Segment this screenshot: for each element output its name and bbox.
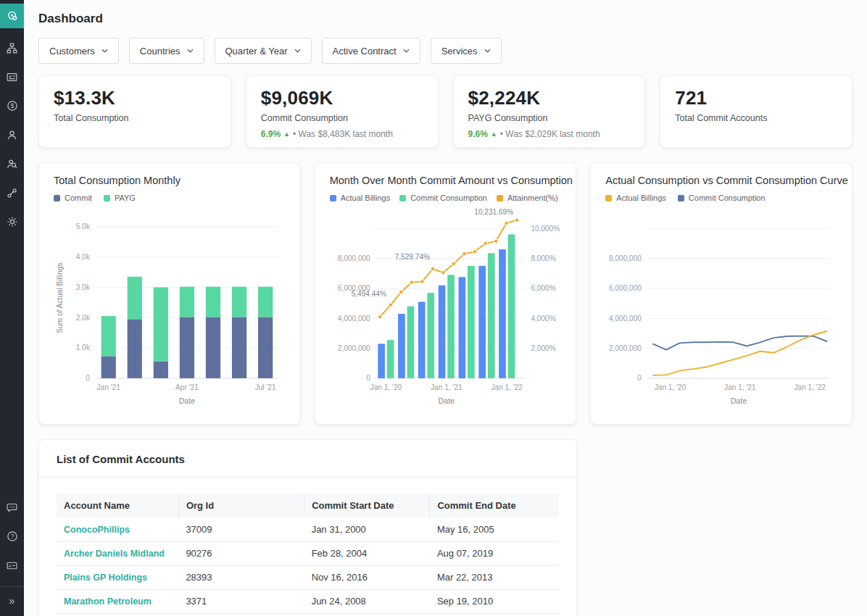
sitemap-icon: [6, 42, 18, 54]
column-header-commit-start-date[interactable]: Commit Start Date: [304, 494, 430, 517]
sidebar-item-settings[interactable]: [0, 209, 24, 234]
chevron-down-icon: [187, 49, 194, 53]
svg-text:3.0k: 3.0k: [76, 283, 91, 291]
svg-text:5,494.44%: 5,494.44%: [351, 290, 386, 298]
delta-note: • Was $2,029K last month: [500, 129, 600, 139]
column-header-org-id[interactable]: Org Id: [178, 494, 304, 517]
svg-text:Jan 1, '22: Jan 1, '22: [491, 383, 523, 391]
svg-text:5.0k: 5.0k: [76, 222, 91, 230]
chat-icon: [6, 501, 18, 514]
filter-countries[interactable]: Countries: [129, 38, 204, 64]
sidebar-item-billing[interactable]: $: [0, 93, 24, 118]
svg-text:2,000,000: 2,000,000: [337, 344, 370, 352]
legend-item: Attainment(%): [497, 193, 558, 202]
app-window: $: [0, 0, 867, 616]
tasks-icon: [6, 71, 18, 83]
svg-text:Jan '21: Jan '21: [97, 383, 121, 391]
account-link[interactable]: Archer Daniels Midland: [64, 549, 165, 559]
legend-swatch: [678, 195, 684, 201]
sidebar-item-connections[interactable]: [0, 180, 24, 205]
actual-vs-commit-curve-card: Actual Consumption vs Commit Consumption…: [590, 162, 853, 425]
org-id-cell: 90276: [178, 541, 304, 565]
svg-text:Jan 1, '21: Jan 1, '21: [431, 383, 462, 391]
account-link[interactable]: Plains GP Holdings: [64, 573, 147, 583]
filter-active-contract[interactable]: Active Contract: [322, 38, 420, 64]
svg-text:8,000,000: 8,000,000: [337, 254, 370, 262]
filter-customers[interactable]: Customers: [38, 38, 119, 64]
kpi-value: $2,224K: [468, 87, 631, 109]
chart-title: Actual Consumption vs Commit Consumption…: [602, 175, 840, 186]
dashboard-icon: [6, 9, 19, 22]
legend-swatch: [54, 195, 60, 201]
contact-card-icon: A: [6, 559, 18, 572]
svg-text:A: A: [9, 563, 12, 567]
chart-legend: Actual Billings Commit Consumption: [605, 193, 840, 202]
legend-swatch: [104, 195, 110, 201]
end-date-cell: Sep 19, 2010: [430, 589, 559, 613]
svg-text:4,000%: 4,000%: [531, 315, 555, 322]
legend-label: Actual Billings: [341, 193, 390, 202]
connections-icon: [6, 187, 18, 199]
sidebar-item-help[interactable]: ?: [0, 524, 24, 549]
filter-bar: Customers Countries Quarter & Year Activ…: [38, 38, 853, 64]
end-date-cell: Aug 07, 2019: [430, 541, 559, 565]
sidebar-item-dashboard[interactable]: [0, 4, 24, 28]
svg-text:4.0k: 4.0k: [76, 253, 91, 261]
kpi-total-commit-accounts: 721 Total Commit Accounts: [660, 75, 853, 148]
svg-text:8,000%: 8,000%: [531, 254, 555, 262]
column-header-account-name[interactable]: Account Name: [57, 494, 178, 517]
legend-label: Commit Consumption: [410, 193, 487, 202]
sidebar-item-tasks[interactable]: [0, 64, 24, 89]
svg-text:8,000,000: 8,000,000: [609, 254, 642, 262]
chart-legend: Actual Billings Commit Consumption Attai…: [330, 193, 565, 202]
user-search-icon: [6, 158, 18, 170]
filter-services[interactable]: Services: [431, 38, 502, 64]
legend-item: Commit: [54, 193, 92, 202]
filter-label: Customers: [49, 46, 95, 57]
sidebar-expand-button[interactable]: »: [0, 588, 24, 613]
commit-accounts-table: Account Name Org Id Commit Start Date Co…: [57, 494, 559, 614]
sidebar-item-user-search[interactable]: [0, 151, 24, 176]
chart-title: Month Over Month Commit Amount vs Consum…: [327, 175, 565, 186]
start-date-cell: Jan 31, 2000: [304, 517, 430, 541]
svg-text:Date: Date: [438, 396, 454, 405]
delta-percent: 9.6%: [468, 129, 488, 139]
kpi-delta: 9.6% ▲ • Was $2,029K last month: [468, 129, 631, 139]
kpi-label: Total Commit Accounts: [675, 113, 837, 123]
delta-up-arrow-icon: ▲: [491, 130, 497, 138]
svg-text:Jan 1, '20: Jan 1, '20: [655, 383, 686, 391]
column-header-commit-end-date[interactable]: Commit End Date: [430, 494, 559, 517]
account-link[interactable]: ConocoPhillips: [64, 525, 130, 535]
filter-quarter-year[interactable]: Quarter & Year: [215, 38, 312, 64]
mom-commit-vs-consumption-card: Month Over Month Commit Amount vs Consum…: [315, 162, 577, 425]
svg-text:0: 0: [86, 374, 90, 382]
sidebar-item-contact-card[interactable]: A: [0, 553, 24, 578]
table-title: List of Commit Accounts: [39, 440, 576, 478]
legend-label: Commit Consumption: [689, 193, 766, 202]
legend-item: Commit Consumption: [399, 193, 487, 202]
legend-swatch: [330, 195, 336, 201]
table-header-row: Account Name Org Id Commit Start Date Co…: [57, 494, 559, 517]
account-link[interactable]: Marathon Petroleum: [64, 596, 152, 607]
commit-accounts-card: List of Commit Accounts Account Name Org…: [38, 439, 577, 616]
chart-title: Total Consumption Monthly: [51, 175, 289, 186]
svg-text:7,529.74%: 7,529.74%: [394, 253, 429, 261]
svg-text:Jan 1, '20: Jan 1, '20: [370, 383, 402, 391]
svg-text:2,000,000: 2,000,000: [609, 344, 642, 352]
sidebar-item-sitemap[interactable]: [0, 36, 24, 60]
legend-swatch: [497, 195, 503, 201]
svg-text:6,000%: 6,000%: [531, 284, 555, 292]
legend-item: Actual Billings: [605, 193, 665, 202]
sidebar-item-chat[interactable]: [0, 495, 24, 520]
start-date-cell: Jun 24, 2008: [304, 589, 430, 613]
line-chart: 02,000,0004,000,0006,000,0008,000,000Jan…: [602, 204, 840, 412]
kpi-value: $9,069K: [261, 87, 423, 109]
sidebar-item-user[interactable]: [0, 122, 24, 147]
svg-text:Date: Date: [731, 396, 747, 405]
chevron-down-icon: [403, 49, 410, 53]
charts-row: Total Consumption Monthly Commit PAYG 01…: [38, 162, 853, 425]
svg-text:Sum of Actual Billings: Sum of Actual Billings: [56, 262, 64, 333]
page-title: Dashboard: [38, 12, 853, 26]
legend-label: Actual Billings: [616, 193, 665, 202]
svg-text:6,000,000: 6,000,000: [609, 284, 642, 292]
